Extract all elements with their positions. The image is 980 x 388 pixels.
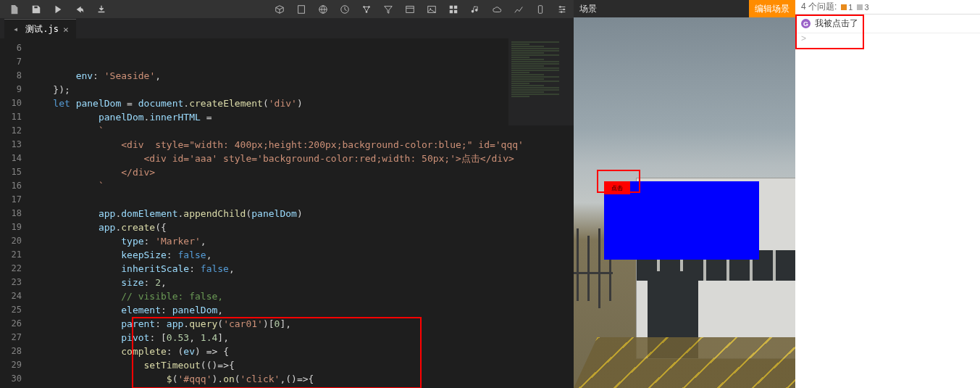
scene-viewport[interactable]: 点击 bbox=[574, 17, 795, 388]
code-line[interactable]: size: 2, bbox=[30, 276, 574, 289]
code-line[interactable]: </div> bbox=[30, 165, 574, 179]
issues-bar[interactable]: 4 个问题: 1 3 bbox=[795, 0, 980, 15]
code-line[interactable]: keepSize: false, bbox=[30, 248, 574, 262]
sliders-icon[interactable] bbox=[556, 4, 568, 15]
scene-pane: 场景 编辑场景 点击 bbox=[574, 0, 795, 388]
close-icon[interactable]: × bbox=[63, 24, 69, 35]
svg-point-15 bbox=[563, 8, 565, 10]
issues-label: 4 个问题: bbox=[801, 1, 837, 13]
scene-title: 场景 bbox=[579, 3, 597, 15]
warn-icon bbox=[841, 4, 847, 10]
warn-count: 1 bbox=[848, 3, 853, 12]
code-line[interactable]: element: panelDom, bbox=[30, 303, 574, 317]
code-line[interactable]: complete: (ev) => { bbox=[30, 344, 574, 358]
save-icon[interactable] bbox=[30, 4, 42, 15]
code-line[interactable]: <div style="width: 400px;height:200px;ba… bbox=[30, 138, 574, 152]
console-prompt[interactable]: > bbox=[795, 33, 980, 44]
code-line[interactable]: pivot: [0.53, 1.4], bbox=[30, 331, 574, 344]
scene-header: 场景 编辑场景 bbox=[574, 0, 795, 17]
svg-rect-9 bbox=[450, 5, 453, 8]
line-gutter: 6789101112131415161718192021222324252627… bbox=[0, 38, 30, 388]
image-icon[interactable] bbox=[426, 4, 437, 15]
svg-rect-10 bbox=[454, 5, 457, 8]
code-line[interactable]: let panelDom = document.createElement('d… bbox=[30, 96, 574, 110]
svg-rect-12 bbox=[454, 9, 457, 12]
new-file-icon[interactable] bbox=[9, 4, 20, 15]
editor-toolbar bbox=[0, 0, 574, 18]
filter-icon[interactable] bbox=[382, 4, 394, 15]
tab-label: 测试.js bbox=[25, 23, 59, 36]
console-log[interactable]: G 我被点击了 > bbox=[795, 15, 980, 388]
book-icon[interactable] bbox=[296, 4, 307, 15]
globe-icon[interactable] bbox=[317, 4, 329, 15]
code-line[interactable]: type: 'Marker', bbox=[30, 234, 574, 248]
code-line[interactable]: app.domElement.appendChild(panelDom) bbox=[30, 207, 574, 220]
svg-rect-0 bbox=[298, 5, 305, 13]
tab-prefix-icon: ◂ bbox=[13, 24, 18, 34]
music-icon[interactable] bbox=[469, 4, 481, 15]
code-line[interactable]: ` bbox=[30, 179, 574, 193]
clock-icon[interactable] bbox=[339, 4, 351, 15]
svg-point-14 bbox=[559, 6, 561, 8]
share-icon[interactable] bbox=[74, 4, 85, 15]
minimap[interactable] bbox=[508, 38, 574, 125]
info-icon bbox=[857, 4, 863, 10]
code-line[interactable]: app.create({ bbox=[30, 220, 574, 234]
cloud-icon[interactable] bbox=[491, 4, 503, 15]
window-icon[interactable] bbox=[404, 4, 416, 15]
phone-icon[interactable] bbox=[535, 4, 546, 15]
scene-ground bbox=[574, 337, 795, 388]
code-line[interactable]: }); bbox=[30, 83, 574, 96]
editor-body[interactable]: 6789101112131415161718192021222324252627… bbox=[0, 38, 574, 388]
code-line[interactable]: setTimeout(()=>{ bbox=[30, 358, 574, 372]
log-text: 我被点击了 bbox=[815, 17, 858, 30]
code-line[interactable]: parent: app.query('car01')[0], bbox=[30, 317, 574, 331]
play-icon[interactable] bbox=[52, 4, 64, 15]
grid-icon[interactable] bbox=[448, 4, 459, 15]
info-badge[interactable]: 3 bbox=[857, 3, 868, 12]
editor-pane: ◂ 测试.js × 678910111213141516171819202122… bbox=[0, 0, 574, 388]
warn-badge[interactable]: 1 bbox=[841, 3, 853, 12]
box-icon[interactable] bbox=[274, 4, 285, 15]
svg-rect-6 bbox=[406, 6, 414, 12]
tab-file[interactable]: ◂ 测试.js × bbox=[4, 19, 76, 38]
console-pane: 4 个问题: 1 3 G 我被点击了 > bbox=[795, 0, 980, 388]
scene-highlight-box bbox=[597, 170, 640, 193]
log-line[interactable]: G 我被点击了 bbox=[795, 15, 980, 33]
svg-point-16 bbox=[561, 11, 563, 13]
code-line[interactable]: <div id='aaa' style='background-color:re… bbox=[30, 152, 574, 165]
download-icon[interactable] bbox=[96, 4, 107, 15]
svg-rect-11 bbox=[450, 9, 453, 12]
log-source-icon: G bbox=[801, 19, 811, 28]
svg-rect-13 bbox=[538, 5, 542, 13]
code-line[interactable]: // visible: false, bbox=[30, 289, 574, 303]
code-line[interactable]: panelDom.innerHTML = bbox=[30, 110, 574, 124]
code-line[interactable]: env: 'Seaside', bbox=[30, 69, 574, 83]
code-line[interactable] bbox=[30, 193, 574, 207]
info-count: 3 bbox=[864, 3, 868, 12]
edit-scene-button[interactable]: 编辑场景 bbox=[749, 0, 795, 17]
code-area[interactable]: env: 'Seaside', }); let panelDom = docum… bbox=[30, 38, 574, 388]
chart-icon[interactable] bbox=[513, 4, 524, 15]
code-line[interactable]: $('#qqq').on('click',()=>{ bbox=[30, 372, 574, 386]
html-panel-blue[interactable]: 点击 bbox=[604, 181, 759, 260]
tab-bar: ◂ 测试.js × bbox=[0, 18, 574, 38]
code-line[interactable]: ` bbox=[30, 124, 574, 138]
code-line[interactable]: inheritScale: false, bbox=[30, 262, 574, 276]
nodes-icon[interactable] bbox=[361, 4, 372, 15]
